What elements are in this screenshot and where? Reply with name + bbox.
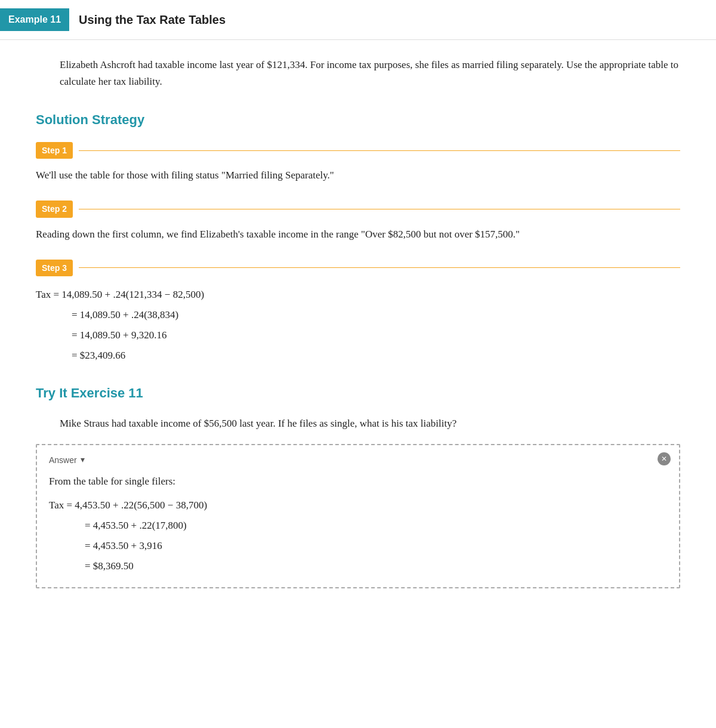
step1-divider [79,150,680,151]
example-badge: Example 11 [0,8,69,31]
solution-math-line-3: = $23,409.66 [36,346,680,366]
solution-math-block: Tax = 14,089.50 + .24(121,334 − 82,500) … [36,285,680,366]
example-header: Example 11 Using the Tax Rate Tables [0,0,716,40]
answer-arrow-icon[interactable]: ▾ [81,454,85,467]
try-it-problem: Mike Straus had taxable income of $56,50… [36,415,680,432]
content-area: Elizabeth Ashcroft had taxable income la… [0,40,716,605]
solution-heading: Solution Strategy [36,109,680,130]
step3-badge: Step 3 [36,260,73,276]
step1-badge: Step 1 [36,142,73,159]
close-icon[interactable] [658,452,671,465]
step2-row: Step 2 [36,200,680,217]
try-it-heading: Try It Exercise 11 [36,382,680,403]
step3-divider [79,267,680,268]
step1-content: We'll use the table for those with filin… [36,167,680,184]
example-problem-text: Elizabeth Ashcroft had taxable income la… [36,57,680,90]
step1-row: Step 1 [36,142,680,159]
answer-math-line-2: = 4,453.50 + 3,916 [49,536,667,556]
answer-math-line-3: = $8,369.50 [49,556,667,576]
page-wrapper: Example 11 Using the Tax Rate Tables Eli… [0,0,716,605]
answer-label: Answer [49,454,77,467]
step2-content: Reading down the first column, we find E… [36,226,680,243]
step2-divider [79,209,680,209]
step3-row: Step 3 [36,260,680,276]
answer-box: Answer ▾ From the table for single filer… [36,444,680,588]
answer-math-line-1: = 4,453.50 + .22(17,800) [49,516,667,536]
answer-label-row: Answer ▾ [49,454,667,467]
answer-intro-text: From the table for single filers: [49,473,667,489]
answer-math-line-0: Tax = 4,453.50 + .22(56,500 − 38,700) [49,495,667,516]
solution-math-line-2: = 14,089.50 + 9,320.16 [36,325,680,346]
solution-math-line-1: = 14,089.50 + .24(38,834) [36,305,680,325]
solution-math-line-0: Tax = 14,089.50 + .24(121,334 − 82,500) [36,285,680,305]
step2-badge: Step 2 [36,200,73,217]
example-title: Using the Tax Rate Tables [79,10,226,29]
answer-math-block: Tax = 4,453.50 + .22(56,500 − 38,700) = … [49,495,667,576]
